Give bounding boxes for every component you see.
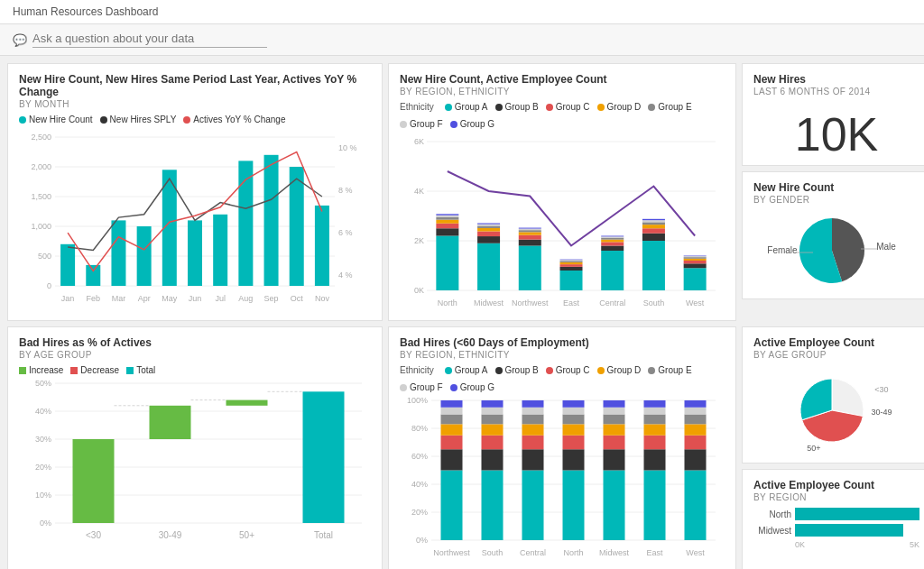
bar-fill-midwest — [795, 524, 903, 537]
svg-rect-64 — [519, 235, 541, 240]
ethnicity-label: Ethnicity — [400, 102, 434, 112]
svg-text:Northwest: Northwest — [512, 298, 549, 307]
svg-rect-183 — [644, 436, 666, 450]
svg-text:Female: Female — [767, 245, 798, 255]
bad-ethnicity-label: Ethnicity — [400, 365, 434, 375]
active-region-subtitle: BY REGION — [753, 492, 919, 502]
lbl-decrease: Decrease — [80, 365, 119, 375]
active-age-pie: <3030-4950+ — [764, 365, 909, 455]
legend-label-yoy: Actives YoY % Change — [193, 115, 285, 124]
svg-rect-49 — [436, 220, 458, 224]
svg-rect-190 — [685, 449, 707, 470]
svg-rect-46 — [436, 236, 458, 291]
label-gd: Group D — [607, 102, 642, 112]
svg-rect-25 — [290, 167, 304, 286]
legend-bad-gd: Group D — [597, 365, 642, 375]
svg-rect-26 — [315, 206, 329, 286]
svg-text:North: North — [438, 298, 457, 307]
svg-text:East: East — [563, 298, 580, 307]
svg-rect-56 — [477, 232, 500, 237]
legend-gd: Group D — [597, 102, 642, 112]
legend-dot-yoy — [183, 116, 190, 124]
svg-text:8 %: 8 % — [338, 186, 353, 195]
active-age-pie-container: <3030-4950+ — [753, 365, 919, 455]
legend-total: Total — [126, 365, 155, 375]
svg-rect-145 — [441, 415, 463, 425]
svg-rect-177 — [604, 415, 625, 425]
svg-rect-194 — [685, 408, 707, 415]
svg-text:4 %: 4 % — [338, 271, 353, 280]
legend-yoy: Actives YoY % Change — [183, 115, 285, 124]
active-age-title: Active Employee Count — [753, 336, 919, 349]
svg-rect-185 — [644, 415, 666, 425]
svg-text:West: West — [686, 298, 705, 307]
gender-title: New Hire Count — [753, 181, 919, 194]
lbl-increase: Increase — [29, 365, 63, 375]
svg-text:40%: 40% — [411, 480, 428, 489]
svg-rect-17 — [86, 265, 100, 286]
svg-text:Male: Male — [876, 242, 896, 252]
svg-text:40%: 40% — [35, 407, 51, 416]
svg-rect-16 — [60, 244, 75, 286]
new-hires-title: New Hires — [753, 73, 919, 86]
svg-text:10 %: 10 % — [338, 143, 357, 152]
card-active-age: Active Employee Count BY AGE GROUP <3030… — [742, 326, 924, 463]
svg-rect-143 — [441, 436, 463, 450]
svg-rect-75 — [560, 260, 583, 261]
svg-rect-48 — [436, 224, 458, 229]
bad-label-gc: Group C — [556, 365, 590, 375]
svg-text:Oct: Oct — [291, 294, 304, 303]
svg-rect-118 — [73, 439, 115, 523]
svg-text:6 %: 6 % — [338, 228, 353, 237]
svg-rect-97 — [684, 259, 707, 261]
bad-dot-ge — [648, 367, 655, 374]
svg-text:Midwest: Midwest — [474, 298, 504, 307]
stacked-legend: Ethnicity Group A Group B Group C Group … — [400, 102, 725, 129]
legend-bad-gf: Group F — [400, 382, 443, 392]
new-hires-subtitle: LAST 6 MONTHS OF 2014 — [753, 87, 919, 96]
svg-rect-147 — [441, 400, 463, 408]
svg-rect-141 — [441, 471, 463, 541]
svg-text:500: 500 — [38, 252, 51, 261]
svg-rect-154 — [482, 408, 504, 415]
bar-label-midwest: Midwest — [753, 526, 791, 536]
svg-text:6K: 6K — [414, 137, 424, 146]
svg-text:Jun: Jun — [189, 294, 202, 303]
svg-text:100%: 100% — [407, 396, 428, 405]
active-region-title: Active Employee Count — [753, 479, 919, 491]
ask-input[interactable] — [32, 32, 267, 48]
dot-ge — [648, 104, 655, 111]
bad-dot-gb — [495, 367, 503, 374]
svg-rect-170 — [563, 408, 585, 415]
waterfall-title: Bad Hires as % of Actives — [19, 336, 371, 349]
bad-label-ga: Group A — [455, 365, 488, 375]
legend-gc: Group C — [546, 102, 590, 112]
svg-text:50+: 50+ — [239, 530, 254, 540]
gender-pie-chart: FemaleMale — [764, 210, 909, 291]
card-bad-hires: Bad Hires (<60 Days of Employment) BY RE… — [388, 326, 736, 569]
svg-text:Feb: Feb — [87, 294, 101, 303]
svg-text:30%: 30% — [35, 435, 51, 444]
bar-fill-north — [795, 508, 919, 520]
svg-rect-58 — [477, 226, 500, 228]
svg-rect-70 — [560, 271, 583, 290]
waterfall-chart: 0%10%20%30%40%50%<3030-4950+Total — [19, 379, 371, 546]
card-line-bar-subtitle: BY MONTH — [19, 99, 371, 109]
svg-rect-123 — [226, 400, 268, 406]
svg-rect-88 — [642, 228, 665, 234]
svg-text:South: South — [482, 548, 504, 557]
svg-text:Central: Central — [599, 298, 625, 307]
svg-rect-52 — [436, 214, 458, 215]
svg-rect-51 — [436, 216, 458, 217]
svg-text:50+: 50+ — [807, 444, 820, 453]
bad-hires-chart: 0%20%40%60%80%100%NorthwestSouthCentralN… — [400, 396, 725, 563]
label-gc: Group C — [556, 102, 590, 112]
svg-rect-160 — [522, 424, 544, 435]
legend-gg: Group G — [450, 119, 494, 129]
svg-text:North: North — [563, 548, 583, 557]
svg-text:20%: 20% — [35, 463, 51, 472]
svg-rect-186 — [644, 408, 666, 415]
svg-text:50%: 50% — [35, 379, 51, 388]
svg-text:2K: 2K — [414, 236, 424, 245]
card-line-bar-title: New Hire Count, New Hires Same Period La… — [19, 73, 371, 98]
